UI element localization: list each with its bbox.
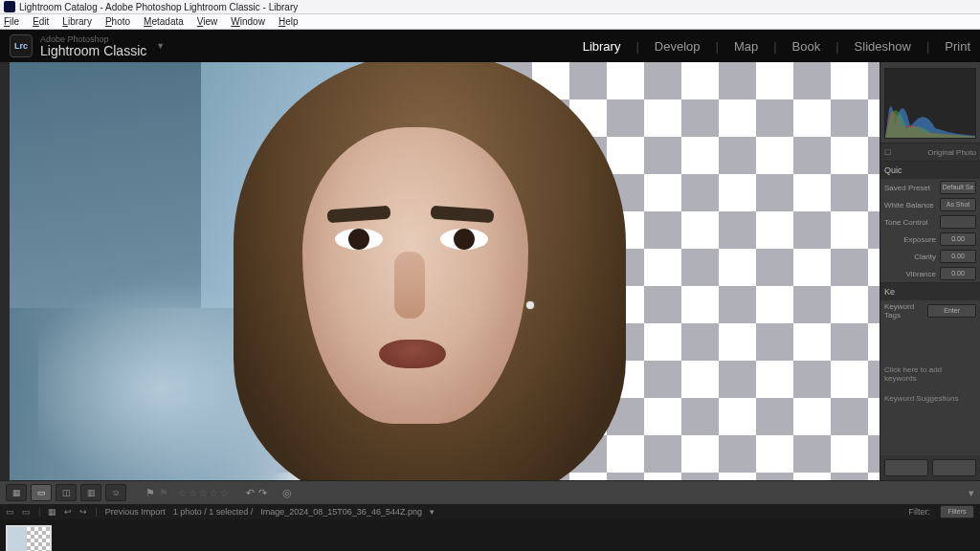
clarity-label: Clarity xyxy=(914,253,936,261)
toolbar: ▦ ▭ ◫ ▥ ☺ ⚑ ⚑ ☆☆☆☆☆ ↶ ↷ ◎ ▾ xyxy=(0,480,980,504)
vibrance-label: Vibrance xyxy=(906,270,936,278)
histogram[interactable] xyxy=(884,68,976,139)
filename-chevron[interactable]: ▾ xyxy=(430,507,434,517)
second-monitor-2-icon[interactable]: ▭ xyxy=(22,507,31,517)
histogram-label: ☐Original Photo xyxy=(880,143,980,161)
menu-window[interactable]: Window xyxy=(231,16,265,27)
right-panel: ☐Original Photo Quic Saved Preset Defaul… xyxy=(880,62,980,480)
module-map[interactable]: Map xyxy=(734,39,758,54)
module-develop[interactable]: Develop xyxy=(655,39,701,54)
preset-label: Saved Preset xyxy=(884,184,930,192)
wb-value[interactable]: As Shot xyxy=(940,198,976,211)
sync-button[interactable] xyxy=(884,459,928,476)
menu-file[interactable]: File xyxy=(4,16,19,27)
keyword-tags-mode[interactable]: Enter Keywords xyxy=(927,304,976,318)
identity-plate-bar: Lrc Adobe Photoshop Lightroom Classic ▼ … xyxy=(0,30,980,62)
workspace: ☐Original Photo Quic Saved Preset Defaul… xyxy=(0,62,980,480)
survey-view-button[interactable]: ▥ xyxy=(80,484,101,501)
preset-row: Saved Preset Default Se xyxy=(880,179,980,196)
whitebalance-row: White Balance As Shot xyxy=(880,196,980,213)
filter-label: Filter: xyxy=(909,507,931,517)
menu-metadata[interactable]: Metadata xyxy=(144,16,184,27)
people-view-button[interactable]: ☺ xyxy=(105,484,126,501)
rating-stars[interactable]: ☆☆☆☆☆ xyxy=(178,488,231,498)
tone-auto[interactable] xyxy=(940,215,976,229)
collection-name[interactable]: Previous Import xyxy=(105,507,166,517)
keyword-tags-label: Keyword Tags xyxy=(884,302,927,320)
module-library[interactable]: Library xyxy=(583,39,621,54)
module-print[interactable]: Print xyxy=(945,39,970,54)
flag-pick-icon[interactable]: ⚑ xyxy=(145,487,155,499)
second-monitor-icon[interactable]: ▭ xyxy=(6,507,14,517)
grid-shortcut-icon[interactable]: ▦ xyxy=(48,507,56,517)
keyword-area[interactable]: Click here to add keywords Keyword Sugge… xyxy=(880,321,980,455)
tone-label: Tone Control xyxy=(884,218,927,227)
menu-bar[interactable]: File Edit Library Photo Metadata View Wi… xyxy=(0,14,980,30)
keywording-header[interactable]: Ke xyxy=(880,282,980,300)
rotate-ccw-icon[interactable]: ↶ xyxy=(246,487,255,499)
wb-label: White Balance xyxy=(884,201,934,209)
preset-value[interactable]: Default Se xyxy=(940,181,976,194)
loupe-view[interactable] xyxy=(0,62,880,480)
filter-preset[interactable]: Filters xyxy=(940,505,974,518)
photo-subject xyxy=(239,100,593,480)
sync-settings-button[interactable] xyxy=(932,459,976,476)
exposure-row: Exposure 0.00 xyxy=(880,231,980,248)
vibrance-row: Vibrance 0.00 xyxy=(880,265,980,282)
menu-edit[interactable]: Edit xyxy=(33,16,49,27)
menu-help[interactable]: Help xyxy=(278,16,299,27)
keyword-suggestions-label: Keyword Suggestions xyxy=(880,388,980,408)
go-back-icon[interactable]: ↩ xyxy=(64,507,72,517)
filmstrip-thumbnail[interactable] xyxy=(6,525,52,551)
face-tagging-icon[interactable]: ◎ xyxy=(282,487,292,499)
identity-plate[interactable]: Lrc Adobe Photoshop Lightroom Classic ▼ xyxy=(10,34,165,57)
filmstrip-info-bar: ▭ ▭ | ▦ ↩ ↪ | Previous Import 1 photo / … xyxy=(0,504,980,519)
photo-count: 1 photo / 1 selected / xyxy=(173,507,254,517)
vibrance-value[interactable]: 0.00 xyxy=(940,267,976,280)
chevron-down-icon[interactable]: ▼ xyxy=(156,41,165,51)
menu-photo[interactable]: Photo xyxy=(105,16,130,27)
lrc-badge-icon: Lrc xyxy=(10,34,33,57)
module-slideshow[interactable]: Slideshow xyxy=(855,39,911,54)
clarity-value[interactable]: 0.00 xyxy=(940,250,976,263)
menu-view[interactable]: View xyxy=(197,16,218,27)
photo[interactable] xyxy=(10,62,880,480)
photo-content xyxy=(10,62,880,480)
compare-view-button[interactable]: ◫ xyxy=(56,484,77,501)
app-icon xyxy=(4,1,15,12)
module-book[interactable]: Book xyxy=(792,39,821,54)
quick-develop-header[interactable]: Quic xyxy=(880,161,980,179)
rotate-cw-icon[interactable]: ↷ xyxy=(258,487,267,499)
toolbar-menu-chevron[interactable]: ▾ xyxy=(969,487,974,499)
menu-library[interactable]: Library xyxy=(62,16,92,27)
selected-filename: Image_2024_08_15T06_36_46_544Z.png xyxy=(260,507,422,517)
window-title-bar: Lightroom Catalog - Adobe Photoshop Ligh… xyxy=(0,0,980,14)
keyword-tags-row: Keyword Tags Enter Keywords xyxy=(880,300,980,321)
exposure-value[interactable]: 0.00 xyxy=(940,232,976,246)
exposure-label: Exposure xyxy=(903,235,936,244)
clarity-row: Clarity 0.00 xyxy=(880,248,980,265)
flag-reject-icon[interactable]: ⚑ xyxy=(159,487,168,499)
window-title: Lightroom Catalog - Adobe Photoshop Ligh… xyxy=(19,2,298,12)
filmstrip[interactable] xyxy=(0,519,980,551)
module-picker: Library| Develop| Map| Book| Slideshow| … xyxy=(583,39,970,54)
tone-control-row: Tone Control xyxy=(880,213,980,231)
keyword-hint[interactable]: Click here to add keywords xyxy=(880,360,980,388)
brand-product: Lightroom Classic xyxy=(40,44,146,57)
grid-view-button[interactable]: ▦ xyxy=(6,484,27,501)
loupe-view-button[interactable]: ▭ xyxy=(31,484,52,501)
go-forward-icon[interactable]: ↪ xyxy=(79,507,87,517)
